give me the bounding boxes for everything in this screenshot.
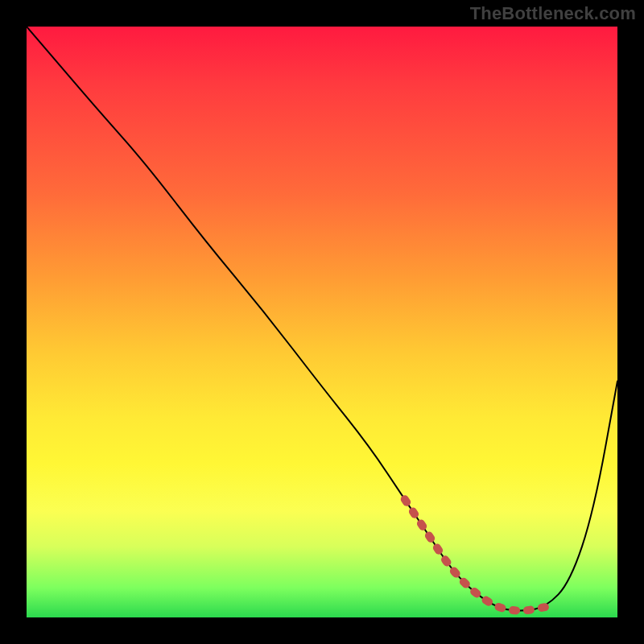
bottleneck-curve xyxy=(27,27,617,611)
watermark-text: TheBottleneck.com xyxy=(470,3,636,24)
plot-svg xyxy=(27,27,617,617)
chart-frame: TheBottleneck.com xyxy=(0,0,644,644)
plot-area xyxy=(27,27,617,617)
optimal-range-markers xyxy=(405,499,547,610)
